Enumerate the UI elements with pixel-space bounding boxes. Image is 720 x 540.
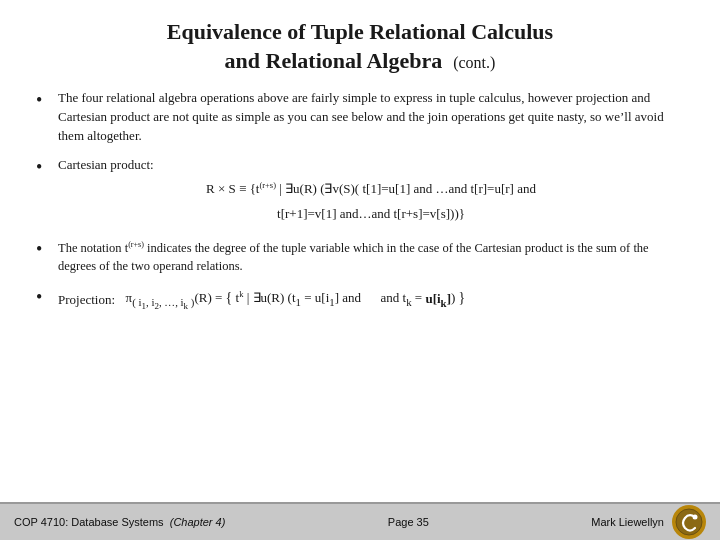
footer-page: Page 35 (388, 516, 429, 528)
slide-title: Equivalence of Tuple Relational Calculus… (36, 18, 684, 75)
bullet-text-2: Cartesian product: R × S ≡ {t(r+s) | ∃u(… (58, 156, 684, 229)
list-item: • Projection: π( i1, i2, …, ik )(R) = { … (36, 286, 684, 313)
cartesian-label: Cartesian product: (58, 157, 154, 172)
logo-icon (675, 508, 703, 536)
footer-center: Page 35 (388, 516, 429, 528)
bullet-text-3: The notation t(r+s) indicates the degree… (58, 238, 684, 276)
bullet-list: • The four relational algebra operations… (36, 89, 684, 313)
footer-chapter: (Chapter 4) (170, 516, 226, 528)
bullet-dot-1: • (36, 87, 58, 113)
footer: COP 4710: Database Systems (Chapter 4) P… (0, 502, 720, 540)
title-line1: Equivalence of Tuple Relational Calculus (167, 19, 553, 44)
math-line2: t[r+1]=v[1] and…and t[r+s]=v[s]))} (277, 206, 465, 221)
title-cont: (cont.) (453, 54, 495, 71)
projection-label: Projection: (58, 291, 122, 310)
notation-text: The notation t(r+s) indicates the degree… (58, 241, 649, 274)
svg-point-1 (692, 515, 697, 520)
list-item: • The notation t(r+s) indicates the degr… (36, 238, 684, 276)
math-cartesian-2: t[r+1]=v[1] and…and t[r+s]=v[s]))} (58, 204, 684, 225)
footer-course: COP 4710: Database Systems (14, 516, 164, 528)
projection-math: π( i1, i2, …, ik )(R) = { tk | ∃u(R) (t1… (126, 288, 466, 313)
bullet-dot-3: • (36, 236, 58, 262)
list-item: • Cartesian product: R × S ≡ {t(r+s) | ∃… (36, 156, 684, 229)
bullet-dot-4: • (36, 284, 58, 310)
footer-author: Mark Liewellyn (591, 516, 664, 528)
footer-left: COP 4710: Database Systems (Chapter 4) (14, 516, 225, 528)
footer-end: Mark Liewellyn (591, 505, 706, 539)
list-item: • The four relational algebra operations… (36, 89, 684, 146)
slide-content: Equivalence of Tuple Relational Calculus… (0, 0, 720, 502)
bullet-text-1: The four relational algebra operations a… (58, 89, 684, 146)
title-line2: and Relational Algebra (225, 48, 443, 73)
math-line1: R × S ≡ {t(r+s) | ∃u(R) (∃v(S)( t[1]=u[1… (206, 181, 536, 196)
projection-line: Projection: π( i1, i2, …, ik )(R) = { tk… (58, 288, 684, 313)
footer-logo (672, 505, 706, 539)
bullet-dot-2: • (36, 154, 58, 180)
math-cartesian-1: R × S ≡ {t(r+s) | ∃u(R) (∃v(S)( t[1]=u[1… (58, 179, 684, 200)
bullet-text-4: Projection: π( i1, i2, …, ik )(R) = { tk… (58, 286, 684, 313)
slide: Equivalence of Tuple Relational Calculus… (0, 0, 720, 540)
